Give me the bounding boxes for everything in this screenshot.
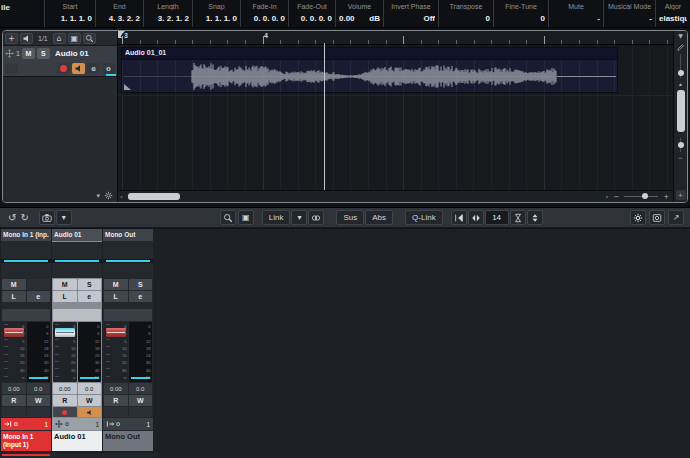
channel-header[interactable]: Mono Out bbox=[103, 229, 153, 241]
timeline-ruler[interactable]: 1 2 3 4 bbox=[118, 31, 673, 45]
redo-button[interactable]: ↻ bbox=[18, 212, 30, 223]
gear-icon[interactable] bbox=[104, 191, 113, 200]
undo-button[interactable]: ↺ bbox=[6, 212, 18, 223]
read-automation-button[interactable]: R bbox=[53, 395, 77, 406]
link-dropdown[interactable]: ▾ bbox=[291, 210, 307, 225]
record-arm-button[interactable] bbox=[57, 63, 70, 74]
find-channel-button[interactable] bbox=[220, 210, 236, 225]
info-field[interactable]: End 4. 3. 2. 2 bbox=[95, 0, 143, 27]
channel-spinner[interactable] bbox=[527, 210, 543, 225]
info-field[interactable]: Algor elastique P bbox=[655, 0, 690, 27]
strip-mono-out[interactable]: Mono Out M S L e 60510152030∞ bbox=[103, 229, 153, 451]
edit-channel-button[interactable]: e bbox=[87, 63, 100, 74]
zoom-out-button[interactable]: − bbox=[613, 193, 619, 201]
solo-button[interactable]: S bbox=[78, 279, 102, 290]
vertical-zoom-out[interactable]: − bbox=[678, 155, 683, 161]
info-field[interactable]: Invert Phase Off bbox=[383, 0, 438, 27]
info-field[interactable]: Snap 1. 1. 1. 0 bbox=[192, 0, 240, 27]
info-field-value[interactable]: Off bbox=[387, 14, 435, 23]
listen-button[interactable]: L bbox=[53, 291, 77, 302]
solo-editor-button[interactable] bbox=[20, 33, 33, 44]
absolute-link-button[interactable]: Abs bbox=[365, 210, 393, 225]
info-field-value[interactable]: 1. 1. 1. 0 bbox=[48, 14, 92, 23]
info-field-value[interactable]: - bbox=[552, 14, 600, 23]
info-field-value[interactable]: 0.00 bbox=[339, 14, 366, 23]
qlink-button[interactable]: Q-Link bbox=[405, 210, 443, 225]
pan-value-display[interactable] bbox=[2, 309, 50, 321]
channel-name[interactable]: Mono In 1 (Input 1) bbox=[1, 431, 51, 451]
zoom-slider-thumb[interactable] bbox=[642, 193, 648, 199]
read-automation-button[interactable]: R bbox=[104, 395, 128, 406]
vertical-zoom-in[interactable]: + bbox=[676, 190, 686, 200]
pan-control[interactable] bbox=[52, 259, 102, 263]
fade-in-handle[interactable] bbox=[124, 84, 131, 90]
monitor-button[interactable] bbox=[78, 407, 102, 417]
open-in-window-button[interactable]: ↗ bbox=[668, 210, 684, 225]
independent-loop-button[interactable]: ⌂ bbox=[53, 33, 66, 44]
scroll-right-arrow[interactable]: › bbox=[605, 193, 608, 201]
pencil-icon[interactable] bbox=[676, 42, 685, 51]
info-field[interactable]: Mute - bbox=[548, 0, 603, 27]
write-automation-button[interactable]: W bbox=[27, 395, 51, 406]
link-mode-button[interactable] bbox=[308, 210, 324, 225]
info-field-value[interactable]: 0 bbox=[497, 14, 545, 23]
horizontal-scroll-thumb[interactable] bbox=[128, 193, 180, 200]
track-options-dropdown[interactable]: ▾ bbox=[96, 192, 100, 200]
add-button[interactable]: + bbox=[5, 33, 18, 44]
vertical-scroll-thumb[interactable] bbox=[677, 90, 685, 132]
audio-event-name[interactable]: Audio 01_01 bbox=[122, 48, 617, 60]
mixer-horizontal-scrollbar[interactable] bbox=[0, 453, 158, 457]
info-field[interactable]: Fine-Tune 0 bbox=[493, 0, 548, 27]
fader-db-value[interactable]: 0.00 bbox=[2, 383, 26, 394]
info-field[interactable]: Fade-Out 0. 0. 0. 0 bbox=[288, 0, 335, 27]
info-field-value[interactable]: 4. 3. 2. 2 bbox=[99, 14, 140, 23]
track-mute-button[interactable]: M bbox=[22, 48, 35, 59]
fader-db-value[interactable]: 0.00 bbox=[104, 383, 128, 394]
zoom-in-button[interactable]: + bbox=[663, 193, 669, 201]
edit-channel-button[interactable]: e bbox=[129, 291, 153, 302]
snapshot-dropdown[interactable]: ▾ bbox=[56, 210, 72, 225]
waveform-zoom-slider[interactable] bbox=[674, 138, 687, 152]
track-solo-button[interactable]: S bbox=[37, 48, 50, 59]
mute-button[interactable]: M bbox=[53, 279, 77, 290]
mixer-settings-button[interactable] bbox=[630, 210, 646, 225]
zoom-tool-button[interactable] bbox=[83, 33, 96, 44]
fader-track[interactable]: 60510152030∞ bbox=[53, 322, 77, 382]
peak-value[interactable]: 0.0 bbox=[129, 383, 153, 394]
vertical-zoom-thumb[interactable] bbox=[678, 70, 684, 76]
move-bank-left-button[interactable] bbox=[451, 210, 467, 225]
move-handle-icon[interactable] bbox=[5, 49, 14, 58]
freeze-button[interactable]: o bbox=[102, 63, 115, 74]
info-field-value[interactable]: 0 bbox=[442, 14, 490, 23]
track-blank-button[interactable] bbox=[5, 63, 18, 74]
info-field-value[interactable]: 1. 1. 1. 0 bbox=[196, 14, 237, 23]
listen-button[interactable]: L bbox=[2, 291, 26, 302]
fader-handle[interactable] bbox=[55, 328, 75, 337]
open-rack-button[interactable] bbox=[649, 210, 665, 225]
fader-track[interactable]: 60510152030∞ bbox=[104, 322, 128, 382]
edit-channel-button[interactable]: e bbox=[27, 291, 51, 302]
channel-type-row[interactable]: o 1 bbox=[1, 418, 51, 430]
channel-step-button[interactable] bbox=[468, 210, 484, 225]
strip-audio-01[interactable]: Audio 01 M S L e 60510152030∞ bbox=[52, 229, 102, 451]
scroll-up-arrow[interactable]: ▴ bbox=[679, 81, 682, 87]
track-entry-audio-01[interactable]: 1 M S Audio 01 e o bbox=[3, 45, 117, 77]
solo-button[interactable]: S bbox=[129, 279, 153, 290]
fader-handle[interactable] bbox=[4, 328, 24, 337]
horizontal-zoom-slider[interactable] bbox=[624, 196, 658, 197]
channel-header[interactable]: Mono In 1 (Inp. bbox=[1, 229, 51, 241]
scroll-left-arrow[interactable]: ‹ bbox=[120, 193, 123, 201]
vertical-zoom-slider[interactable] bbox=[674, 54, 687, 78]
mute-button[interactable]: M bbox=[104, 279, 128, 290]
channel-name[interactable]: Mono Out bbox=[103, 431, 153, 451]
channel-type-row[interactable]: o 1 bbox=[103, 418, 153, 430]
audio-event-waveform[interactable] bbox=[122, 60, 617, 92]
info-field-value[interactable]: elastique P bbox=[659, 14, 687, 23]
record-arm-button[interactable] bbox=[53, 407, 77, 417]
waveform-zoom-thumb[interactable] bbox=[678, 142, 684, 148]
channel-count-value[interactable]: 14 bbox=[485, 210, 509, 225]
info-field-value[interactable]: - bbox=[607, 14, 652, 23]
pan-control[interactable] bbox=[1, 259, 51, 263]
suspend-link-button[interactable]: Sus bbox=[336, 210, 364, 225]
info-field[interactable]: Length 3. 2. 1. 2 bbox=[143, 0, 192, 27]
